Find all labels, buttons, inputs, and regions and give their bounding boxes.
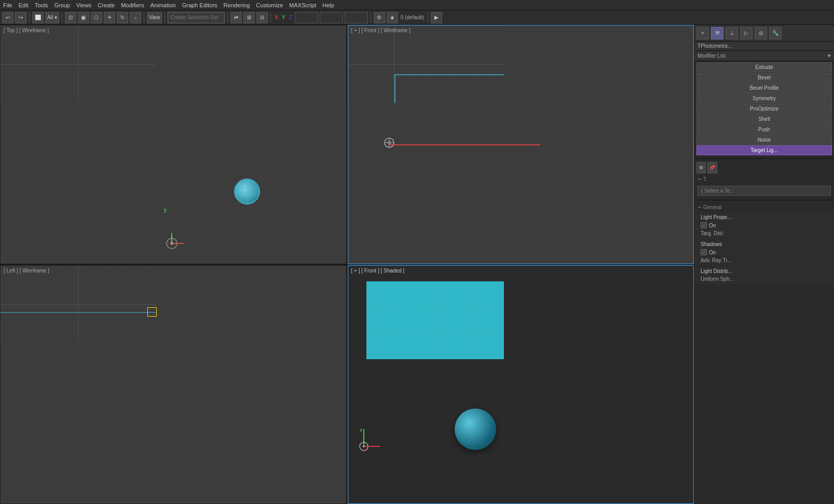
pin-modifier-btn[interactable]: 📌 (707, 162, 717, 173)
z-coord-input[interactable]: 0.0 (345, 12, 368, 23)
menu-rendering[interactable]: Rendering (224, 2, 250, 8)
menu-tools[interactable]: Tools (35, 2, 48, 8)
light-prop-row: Light Prope... (698, 213, 831, 221)
menu-create[interactable]: Create (98, 2, 115, 8)
light-distrib-row: Light Distrib... (698, 267, 831, 275)
modifier-symmetry[interactable]: Symmetry (696, 93, 832, 103)
main-content: [ Top ] [ Wireframe ] (0, 25, 834, 504)
general-divider (694, 200, 834, 200)
sphere-shaded-view (455, 408, 496, 450)
select-rotate-button[interactable]: ↻ (117, 12, 128, 23)
general-label: General (703, 205, 722, 210)
x-coord-input[interactable]: 0.0 (295, 12, 318, 23)
modifier-stack: Extrude Bevel Bevel Profile Symmetry Pro… (694, 61, 834, 156)
viewport-left[interactable]: [ Left ] [ Wireframe ] (0, 265, 347, 505)
top-viewport-grid (1, 25, 156, 103)
light-distrib-label: Light Distrib... (701, 268, 732, 274)
redo-button[interactable]: ↪ (15, 12, 26, 23)
modifier-shell[interactable]: Shell (696, 114, 832, 124)
utilities-panel-btn[interactable]: 🔧 (769, 27, 782, 39)
modifier-bevel[interactable]: Bevel (696, 73, 832, 83)
toolbar-separator-1 (29, 12, 30, 23)
shadows-label: Shadows (701, 241, 722, 247)
select-button[interactable]: ⊡ (65, 12, 76, 23)
modifier-list-header: Modifier List ▾ (694, 51, 834, 61)
modifier-buttons-row: ⚙ 📌 (694, 161, 834, 174)
uniform-sph-row: Uniform Sph... (698, 275, 831, 283)
render-button[interactable]: ▶ (431, 12, 442, 23)
svg-text:y: y (360, 427, 362, 432)
modifier-push[interactable]: Push (696, 125, 832, 134)
light-on-row: On (698, 221, 831, 229)
modifier-list-dropdown[interactable]: ▾ (828, 52, 831, 59)
rp-icon-row: + ⚒ ⊥ ▷ ◎ 🔧 (694, 25, 834, 42)
menu-customize[interactable]: Customize (256, 2, 283, 8)
tex-section-minus: − (698, 175, 701, 183)
object-name-bar: TPhotometric... (694, 42, 834, 51)
tex-section-header[interactable]: − T (694, 174, 834, 184)
material-editor-button[interactable]: ◈ (387, 12, 398, 23)
render-setup-button[interactable]: ⚙ (374, 12, 385, 23)
select-texture-button[interactable]: ( Select a Te... (698, 186, 831, 196)
display-panel-btn[interactable]: ◎ (755, 27, 767, 39)
light-on-checkbox[interactable] (701, 222, 707, 228)
general-section-header[interactable]: − General (694, 202, 834, 212)
tex-section-label: T (703, 176, 706, 182)
modifier-extrude[interactable]: Extrude (696, 62, 832, 72)
modifier-target-light[interactable]: Target Lig... (696, 145, 832, 155)
modify-panel-btn[interactable]: ⚒ (711, 27, 723, 39)
viewport-front-shaded[interactable]: [ + ] [ Front ] [ Shaded ] (348, 265, 694, 505)
select-object-button[interactable]: ⬜ (32, 12, 44, 23)
modifier-noise[interactable]: Noise (696, 135, 832, 145)
shaded-grid (348, 281, 504, 359)
menu-help[interactable]: Help (322, 2, 334, 8)
object-name-text: TPhotometric... (698, 43, 733, 49)
undo-button[interactable]: ↩ (2, 12, 13, 23)
shadows-on-checkbox[interactable] (701, 249, 707, 255)
menu-views[interactable]: Views (76, 2, 91, 8)
render-preset-label: 0 (default) (400, 15, 425, 20)
y-coord-input[interactable]: 0.0 (320, 12, 343, 23)
menu-maxscript[interactable]: MAXScript (289, 2, 316, 8)
modifier-bevel-profile[interactable]: Bevel Profile (696, 83, 832, 93)
modifier-list-label: Modifier List (698, 53, 726, 59)
create-panel-btn[interactable]: + (696, 27, 709, 39)
modifier-prooptimize[interactable]: ProOptimize (696, 104, 832, 114)
origin-gizmo-top (159, 230, 169, 241)
lasso-select-button[interactable]: ⬡ (91, 12, 102, 23)
menu-group[interactable]: Group (54, 2, 70, 8)
select-filter-dropdown[interactable]: All ▾ (45, 12, 59, 23)
main-toolbar: ↩ ↪ ⬜ All ▾ ⊡ ▣ ⬡ ✛ ↻ ⬦ View ⇄ ⊞ ⊟ X Y Z… (0, 10, 834, 25)
array-button[interactable]: ⊞ (243, 12, 255, 23)
reference-coord-dropdown[interactable]: View (147, 12, 162, 23)
light-properties-section: Light Prope... On Targ. Dist: (694, 212, 834, 238)
mirror-button[interactable]: ⇄ (230, 12, 242, 23)
light-prop-label: Light Prope... (701, 214, 731, 220)
toolbar-separator-7 (371, 12, 371, 23)
align-button[interactable]: ⊟ (256, 12, 268, 23)
select-scale-button[interactable]: ⬦ (130, 12, 141, 23)
menu-bar: File Edit Tools Group Views Create Modif… (0, 0, 834, 10)
adv-ray-label: Adv. Ray Tr... (701, 257, 731, 263)
hierarchy-panel-btn[interactable]: ⊥ (726, 27, 738, 39)
svg-text:x: x (366, 447, 368, 452)
right-panel: + ⚒ ⊥ ▷ ◎ 🔧 TPhotometric... Modifier Lis… (694, 25, 834, 504)
select-region-button[interactable]: ▣ (78, 12, 89, 23)
menu-animation[interactable]: Animation (151, 2, 176, 8)
toolbar-separator-8 (428, 12, 428, 23)
general-minus: − (698, 203, 701, 211)
viewport-container: [ Top ] [ Wireframe ] (0, 25, 694, 504)
toolbar-separator-5 (227, 12, 228, 23)
viewport-front-wire[interactable]: [ + ] [ Front ] [ Wireframe ] (348, 25, 694, 264)
menu-modifiers[interactable]: Modifiers (121, 2, 144, 8)
menu-file[interactable]: File (3, 2, 12, 8)
menu-edit[interactable]: Edit (19, 2, 29, 8)
menu-graph-editors[interactable]: Graph Editors (182, 2, 217, 8)
selection-set-input[interactable] (168, 12, 225, 23)
viewport-top[interactable]: [ Top ] [ Wireframe ] (0, 25, 347, 264)
select-move-button[interactable]: ✛ (104, 12, 115, 23)
configure-modifier-btn[interactable]: ⚙ (696, 162, 706, 173)
motion-panel-btn[interactable]: ▷ (740, 27, 753, 39)
toolbar-separator-4 (165, 12, 165, 23)
shaded-axis-gizmo: x y (359, 427, 382, 454)
